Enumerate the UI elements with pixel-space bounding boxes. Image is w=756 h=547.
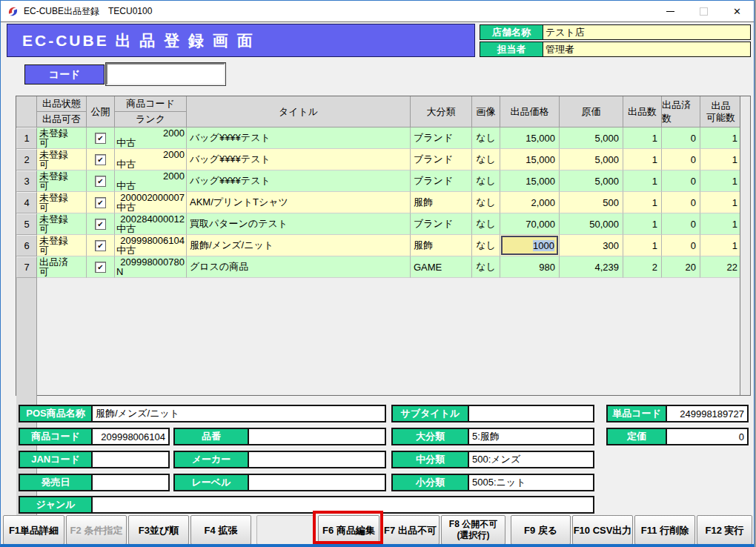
item-code-value[interactable]: 209998006104 [93,429,168,444]
store-row: 店舗名称 テスト店 [480,24,751,40]
checkbox-icon[interactable]: ✔ [95,133,106,144]
item-code-field: 商品コード 209998006104 [19,428,170,445]
maker-value[interactable] [249,452,385,467]
code-input[interactable] [106,63,225,85]
release-date-value[interactable] [93,475,168,490]
close-button[interactable]: ✕ [720,1,754,21]
public-cell[interactable]: ✔ [87,192,115,213]
public-cell[interactable]: ✔ [87,256,115,278]
f1-detail-button[interactable]: F1単品詳細 [3,515,64,545]
genre-value[interactable] [93,497,593,512]
col-qty: 出品数 [623,96,662,127]
cost-cell: 5,000 [560,149,623,170]
price-cell[interactable]: 15,000 [500,127,560,149]
category-s-value[interactable]: 5005:ニット [469,475,593,490]
minimize-button[interactable] [654,1,687,21]
pos-name-field: POS商品名称 服飾/メンズ/ニット [19,405,386,422]
price-cell[interactable]: 1000 [500,235,560,256]
price-cell[interactable]: 70,000 [500,213,560,235]
table-row[interactable]: 2未登録可✔2000中古バッグ¥¥¥¥テストブランドなし15,0005,0001… [16,149,750,170]
row-number[interactable]: 7 [16,256,37,278]
cost-cell: 4,239 [560,256,623,278]
qty-cell: 1 [623,192,662,213]
table-row[interactable]: 6未登録可✔209998006104中古服飾/メンズ/ニット服飾なし100030… [16,235,750,256]
label-name-value[interactable] [249,475,385,490]
checkbox-icon[interactable]: ✔ [95,219,106,230]
f8-unpublish-button[interactable]: F8 公開不可 (選択行) [441,515,505,545]
row-number[interactable]: 6 [16,235,37,256]
price-cell[interactable]: 15,000 [500,149,560,170]
maximize-icon [700,7,708,16]
avail-cell: 1 [700,127,742,149]
f11-delete-row-button[interactable]: F11 行削除 [634,515,695,545]
list-price-value[interactable]: 0 [667,429,747,444]
price-cell[interactable]: 980 [500,256,560,278]
qty-cell: 1 [623,149,662,170]
f4-extend-button[interactable]: F4 拡張 [190,515,251,545]
category-m-value[interactable]: 500:メンズ [469,452,593,467]
checkbox-icon[interactable]: ✔ [95,154,106,165]
row-number[interactable]: 1 [16,127,37,149]
label-name-field: レーベル [173,474,386,491]
subtitle-field: サブタイトル [391,405,594,422]
category-l-label: 大分類 [393,429,469,444]
price-cell[interactable]: 2,000 [500,192,560,213]
f3-sort-button[interactable]: F3並び順 [128,515,189,545]
store-value: テスト店 [543,25,750,39]
code-cell: 2000中古 [115,127,187,149]
jan-code-field: JANコード [19,451,170,468]
public-cell[interactable]: ✔ [87,170,115,192]
checkbox-icon[interactable]: ✔ [95,197,106,208]
f7-unlist-button[interactable]: F7 出品不可 [381,515,440,545]
window-title: EC-CUBE出品登録 TECU0100 [24,5,152,18]
col-cost: 原価 [560,96,623,127]
category-l-value[interactable]: 5:服飾 [469,429,593,444]
f10-csv-button[interactable]: F10 CSV出力 [572,515,633,545]
table-row[interactable]: 7出品済可✔209998000780Nグロスの商品GAMEなし9804,2392… [16,256,750,278]
cost-cell: 5,000 [560,127,623,149]
hinban-value[interactable] [249,429,385,444]
price-cell[interactable]: 15,000 [500,170,560,192]
table-row[interactable]: 1未登録可✔2000中古バッグ¥¥¥¥テストブランドなし15,0005,0001… [16,127,750,149]
row-number[interactable]: 4 [16,192,37,213]
f5-empty-slot [256,515,315,545]
row-number[interactable]: 5 [16,213,37,235]
public-cell[interactable]: ✔ [87,149,115,170]
table-row[interactable]: 4未登録可✔200002000007中古AKM/プリントTシャツ服飾なし2,00… [16,192,750,213]
checkbox-icon[interactable]: ✔ [95,262,106,273]
row-number[interactable]: 2 [16,149,37,170]
checkbox-icon[interactable]: ✔ [95,176,106,187]
f6-edit-item-button[interactable]: F6 商品編集 [318,515,379,545]
public-cell[interactable]: ✔ [87,213,115,235]
title-cell: グロスの商品 [187,256,411,278]
status-cell: 未登録可 [37,170,87,192]
public-cell[interactable]: ✔ [87,127,115,149]
status-cell: 出品済可 [37,256,87,278]
category-m-field: 中分類 500:メンズ [391,451,594,468]
manager-label: 担当者 [480,42,543,56]
table-row[interactable]: 3未登録可✔2000中古バッグ¥¥¥¥テストブランドなし15,0005,0001… [16,170,750,192]
pos-name-value[interactable]: 服飾/メンズ/ニット [93,406,385,421]
category-cell: ブランド [411,213,472,235]
hinban-field: 品番 [173,428,386,445]
jan-code-value[interactable] [93,452,168,467]
unit-code-value[interactable]: 249998189727 [667,406,747,421]
checkbox-icon[interactable]: ✔ [95,240,106,251]
public-cell[interactable]: ✔ [87,235,115,256]
maximize-button[interactable] [687,1,720,21]
col-title: タイトル [187,96,411,127]
f12-execute-button[interactable]: F12 実行 [697,515,752,545]
table-row[interactable]: 5未登録可✔200284000012中古買取パターンのテストブランドなし70,0… [16,213,750,235]
maker-field: メーカー [173,451,386,468]
qty-cell: 1 [623,213,662,235]
vertical-scrollbar[interactable] [740,96,750,395]
category-cell: 服飾 [411,192,472,213]
pos-name-label: POS商品名称 [20,406,93,421]
price-edit-cell[interactable]: 1000 [501,236,558,255]
f9-back-button[interactable]: F9 戻る [511,515,571,545]
category-cell: ブランド [411,149,472,170]
status-cell: 未登録可 [37,149,87,170]
listing-grid: 出品状態 出品可否 公開 商品コード ランク タイトル 大分類 画像 出品価格 … [16,96,751,396]
row-number[interactable]: 3 [16,170,37,192]
subtitle-value[interactable] [469,406,593,421]
